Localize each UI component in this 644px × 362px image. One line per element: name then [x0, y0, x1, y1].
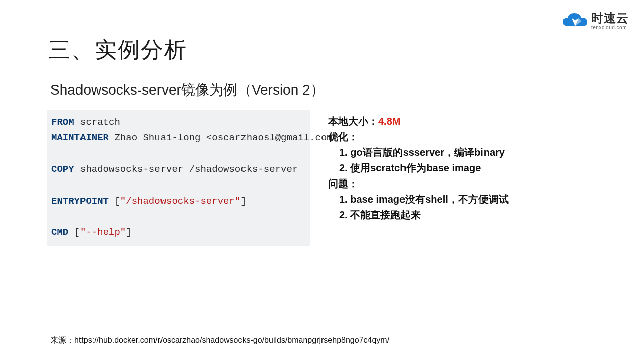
kw-copy: COPY — [51, 164, 74, 175]
issue-item-1: 1. base image没有shell，不方便调试 — [328, 192, 509, 207]
val-entrypoint-close: ] — [240, 196, 246, 207]
size-value: 4.8M — [378, 116, 400, 127]
logo-name-cn: 时速云 — [591, 12, 629, 24]
kw-from: FROM — [51, 117, 74, 128]
slide-subtitle: Shadowsocks-server镜像为例（Version 2） — [50, 80, 325, 100]
source-footer: 来源：https://hub.docker.com/r/oscarzhao/sh… — [50, 335, 389, 346]
kw-cmd: CMD — [51, 227, 68, 238]
notes-block: 本地大小：4.8M 优化： 1. go语言版的ssserver，编译binary… — [328, 114, 509, 223]
size-line: 本地大小：4.8M — [328, 114, 509, 129]
opt-header: 优化： — [328, 129, 509, 145]
opt-item-2: 2. 使用scratch作为base image — [328, 160, 509, 176]
kw-entrypoint: ENTRYPOINT — [51, 196, 109, 207]
issue-item-2: 2. 不能直接跑起来 — [328, 207, 509, 223]
cloud-icon — [561, 11, 589, 31]
val-cmd-close: ] — [126, 227, 131, 238]
val-from: scratch — [74, 117, 120, 128]
val-cmd-open: [ — [68, 227, 80, 238]
val-copy: shadowsocks-server /shadowsocks-server — [74, 164, 298, 175]
opt-item-1: 1. go语言版的ssserver，编译binary — [328, 145, 509, 160]
issue-header: 问题： — [328, 176, 509, 192]
val-entrypoint-open: [ — [109, 196, 120, 207]
dockerfile-code: FROM scratch MAINTAINER Zhao Shuai-long … — [47, 110, 310, 246]
str-entrypoint: "/shadowsocks-server" — [120, 196, 240, 207]
size-label: 本地大小： — [328, 116, 378, 127]
brand-logo: 时速云 tenxcloud.com — [561, 11, 629, 31]
kw-maintainer: MAINTAINER — [51, 132, 109, 143]
val-maintainer: Zhao Shuai-long <oscarzhaosl@gmail.com> — [109, 132, 338, 143]
str-cmd: "--help" — [80, 227, 126, 238]
slide-title: 三、实例分析 — [48, 35, 187, 65]
logo-name-en: tenxcloud.com — [591, 25, 629, 30]
